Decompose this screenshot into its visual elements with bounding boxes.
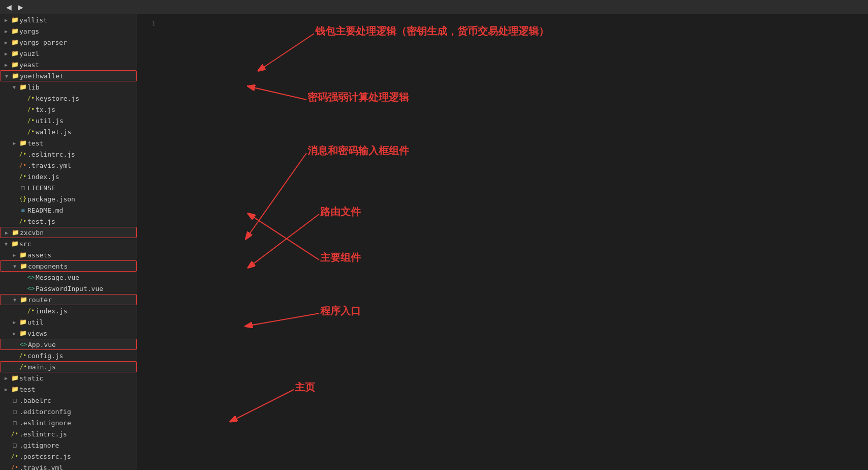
tree-item-Message.vue[interactable]: <> Message.vue — [0, 272, 137, 283]
folder-arrow-src: ▼ — [2, 241, 10, 247]
forward-button[interactable]: ▶ — [16, 2, 25, 12]
folder-arrow-yoethwallet: ▼ — [3, 73, 11, 79]
tree-item-.travis.yml2[interactable]: /• .travis.yml — [0, 462, 137, 470]
tree-item-.editorconfig[interactable]: □ .editorconfig — [0, 406, 137, 417]
tree-item-yoethwallet[interactable]: ▼ 📁 yoethwallet — [0, 70, 137, 81]
file-label-.babelrc: .babelrc — [19, 397, 51, 404]
tree-item-yauzl[interactable]: ▶ 📁 yauzl — [0, 48, 137, 59]
file-icon-assets: 📁 — [18, 251, 27, 258]
file-icon-views: 📁 — [18, 330, 27, 337]
file-label-main.js: main.js — [28, 363, 56, 371]
tree-item-tx.js[interactable]: /• tx.js — [0, 104, 137, 115]
file-icon-.postcssrc.js: /• — [10, 453, 19, 460]
tree-item-yargs[interactable]: ▶ 📁 yargs — [0, 25, 137, 37]
tree-item-index.js[interactable]: /• index.js — [0, 171, 137, 182]
editor-pane: 1 — [137, 14, 868, 470]
file-label-yauzl: yauzl — [19, 50, 39, 57]
tree-item-router[interactable]: ▼ 📁 router — [0, 294, 137, 305]
main-layout: ▶ 📁 yallist ▶ 📁 yargs ▶ 📁 yargs-parser ▶… — [0, 14, 868, 470]
file-icon-.babelrc: □ — [10, 397, 19, 404]
file-label-package.json: package.json — [27, 195, 75, 203]
tree-item-PasswordInput.vue[interactable]: <> PasswordInput.vue — [0, 283, 137, 294]
file-label-PasswordInput.vue: PasswordInput.vue — [36, 285, 103, 292]
file-icon-yoethwallet: 📁 — [11, 72, 20, 79]
file-icon-index.js: /• — [18, 173, 27, 180]
folder-arrow-assets: ▶ — [10, 252, 18, 258]
file-label-yoethwallet: yoethwallet — [20, 72, 64, 80]
file-icon-LICENSE: □ — [18, 184, 27, 191]
tree-item-zxcvbn[interactable]: ▶ 📁 zxcvbn — [0, 227, 137, 238]
tree-item-.travis.yml[interactable]: /• .travis.yml — [0, 160, 137, 171]
file-icon-yauzl: 📁 — [10, 50, 19, 57]
folder-arrow-lib: ▼ — [10, 84, 18, 90]
file-icon-.eslintrc.js: /• — [18, 151, 27, 158]
file-icon-.eslintrc.js2: /• — [10, 430, 19, 437]
file-label-App.vue: App.vue — [28, 341, 56, 348]
file-label-yargs-parser: yargs-parser — [19, 39, 67, 46]
tree-item-.eslintrc.js2[interactable]: /• .eslintrc.js — [0, 428, 137, 439]
file-icon-main.js: /• — [19, 363, 28, 370]
file-icon-util2: 📁 — [18, 318, 27, 326]
file-label-README.md: README.md — [27, 207, 63, 214]
file-icon-yeast: 📁 — [10, 61, 19, 68]
file-label-config.js: config.js — [27, 352, 63, 360]
toolbar: ◀ ▶ — [0, 0, 868, 14]
file-label-zxcvbn: zxcvbn — [20, 229, 44, 237]
tree-item-yargs-parser[interactable]: ▶ 📁 yargs-parser — [0, 37, 137, 48]
tree-item-test.js[interactable]: /• test.js — [0, 216, 137, 227]
file-label-yallist: yallist — [19, 16, 47, 24]
folder-arrow-yallist: ▶ — [2, 17, 10, 23]
tree-item-util2[interactable]: ▶ 📁 util — [0, 316, 137, 328]
file-icon-static: 📁 — [10, 374, 19, 381]
tree-item-assets[interactable]: ▶ 📁 assets — [0, 249, 137, 260]
tree-item-App.vue[interactable]: <> App.vue — [0, 339, 137, 350]
file-tree[interactable]: ▶ 📁 yallist ▶ 📁 yargs ▶ 📁 yargs-parser ▶… — [0, 14, 137, 470]
tree-item-lib[interactable]: ▼ 📁 lib — [0, 81, 137, 93]
tree-item-router-index.js[interactable]: /• index.js — [0, 305, 137, 316]
file-icon-keystore.js: /• — [26, 95, 36, 102]
folder-arrow-zxcvbn: ▶ — [3, 230, 11, 236]
file-label-views: views — [27, 330, 47, 337]
tree-item-.babelrc[interactable]: □ .babelrc — [0, 395, 137, 406]
tree-item-.gitignore[interactable]: □ .gitignore — [0, 439, 137, 451]
file-label-assets: assets — [27, 251, 51, 259]
file-icon-.editorconfig: □ — [10, 408, 19, 415]
file-label-keystore.js: keystore.js — [36, 95, 79, 102]
tree-item-yeast[interactable]: ▶ 📁 yeast — [0, 59, 137, 70]
tree-item-views[interactable]: ▶ 📁 views — [0, 328, 137, 339]
tree-item-test2[interactable]: ▶ 📁 test — [0, 384, 137, 395]
tree-item-package.json[interactable]: {} package.json — [0, 193, 137, 204]
file-icon-PasswordInput.vue: <> — [26, 285, 36, 292]
file-icon-config.js: /• — [18, 352, 27, 359]
tree-item-src[interactable]: ▼ 📁 src — [0, 238, 137, 249]
file-icon-router-index.js: /• — [26, 307, 36, 314]
file-label-.eslintignore: .eslintignore — [19, 419, 71, 427]
file-icon-zxcvbn: 📁 — [11, 229, 20, 236]
file-label-static: static — [19, 374, 43, 382]
folder-arrow-util2: ▶ — [10, 319, 18, 325]
tree-item-config.js[interactable]: /• config.js — [0, 350, 137, 361]
folder-arrow-yargs-parser: ▶ — [2, 40, 10, 45]
tree-item-static[interactable]: ▶ 📁 static — [0, 372, 137, 384]
file-icon-yallist: 📁 — [10, 16, 19, 23]
tree-item-.eslintignore[interactable]: □ .eslintignore — [0, 417, 137, 428]
file-label-.gitignore: .gitignore — [19, 442, 59, 449]
tree-item-test1[interactable]: ▶ 📁 test — [0, 137, 137, 149]
tree-item-wallet.js[interactable]: /• wallet.js — [0, 126, 137, 137]
folder-arrow-router: ▼ — [11, 297, 19, 303]
tree-item-util.js[interactable]: /• util.js — [0, 115, 137, 126]
tree-item-README.md[interactable]: ≡ README.md — [0, 204, 137, 216]
file-label-.travis.yml2: .travis.yml — [19, 464, 63, 471]
tree-item-keystore.js[interactable]: /• keystore.js — [0, 93, 137, 104]
tree-item-components[interactable]: ▼ 📁 components — [0, 260, 137, 272]
tree-item-.postcssrc.js[interactable]: /• .postcssrc.js — [0, 451, 137, 462]
tree-item-yallist[interactable]: ▶ 📁 yallist — [0, 14, 137, 25]
tree-item-LICENSE[interactable]: □ LICENSE — [0, 182, 137, 193]
file-label-tx.js: tx.js — [36, 106, 55, 113]
tree-item-.eslintrc.js[interactable]: /• .eslintrc.js — [0, 149, 137, 160]
folder-arrow-test1: ▶ — [10, 140, 18, 146]
back-button[interactable]: ◀ — [4, 2, 14, 12]
file-icon-Message.vue: <> — [26, 274, 36, 281]
tree-item-main.js[interactable]: /• main.js — [0, 361, 137, 372]
file-icon-.travis.yml2: /• — [10, 464, 19, 470]
